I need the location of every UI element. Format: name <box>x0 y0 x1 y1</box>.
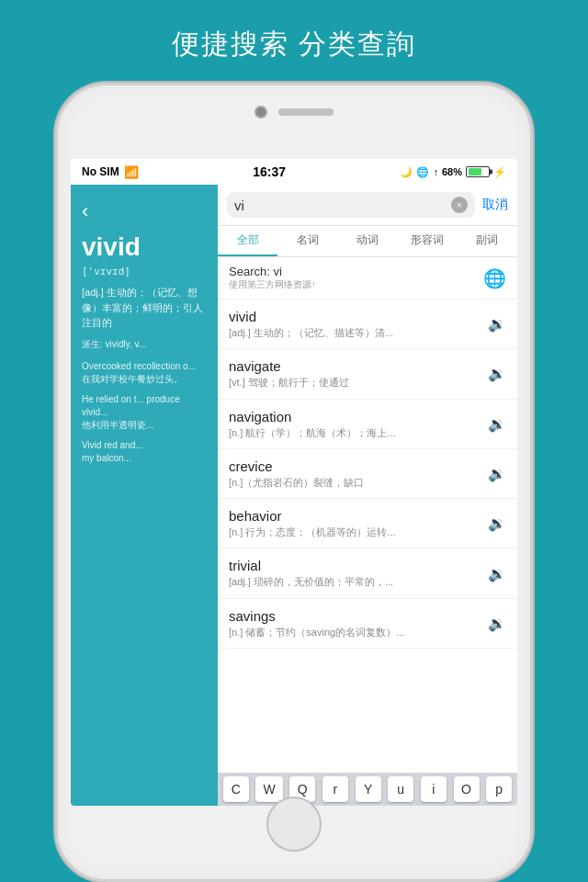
moon-icon: 🌙 <box>400 166 413 178</box>
result-item-text: navigation [n.] 航行（学）；航海（术）；海上... <box>229 409 481 439</box>
tab-verb[interactable]: 动词 <box>337 226 397 256</box>
status-right: 🌙 🌐 ↑ 68% ⚡ <box>400 166 506 178</box>
result-item-text: trivial [adj.] 琐碎的，无价值的；平常的，... <box>229 558 481 588</box>
tab-adverb[interactable]: 副词 <box>458 226 517 256</box>
result-def: [vt.] 驾驶；航行于；使通过 <box>229 376 481 389</box>
result-def: [n.]（尤指岩石的）裂缝，缺口 <box>229 476 481 489</box>
result-word: crevice <box>229 458 481 474</box>
search-header-subtitle: 使用第三方网络资源↑ <box>229 278 316 291</box>
derivatives: 派生: vividly, v... <box>82 338 207 351</box>
key-i[interactable]: i <box>421 776 447 802</box>
filter-tabs: 全部 名词 动词 形容词 副词 <box>218 226 517 257</box>
clock: 16:37 <box>253 164 286 179</box>
key-p[interactable]: p <box>486 776 512 802</box>
key-r[interactable]: r <box>322 776 348 802</box>
result-def: [n.] 行为；态度；（机器等的）运转... <box>229 526 481 538</box>
keyboard-hint: C W Q r Y u i O p <box>218 773 517 806</box>
phone-frame: No SIM 📶 16:37 🌙 🌐 ↑ 68% ⚡ ‹ vivid <box>55 83 533 882</box>
wifi-icon: 📶 <box>124 165 139 179</box>
sound-icon[interactable]: 🔉 <box>488 365 506 382</box>
example-3: Vivid red and... my balcon... <box>82 439 207 465</box>
key-O[interactable]: O <box>454 776 480 802</box>
home-button[interactable] <box>266 797 322 852</box>
result-item-text: crevice [n.]（尤指岩石的）裂缝，缺口 <box>229 458 481 489</box>
back-button[interactable]: ‹ <box>82 199 207 223</box>
speaker <box>278 108 334 116</box>
phonetic: ['vɪvɪd] <box>82 266 207 277</box>
sound-icon[interactable]: 🔉 <box>488 415 506 433</box>
mute-button <box>55 214 58 247</box>
sound-icon[interactable]: 🔉 <box>488 615 506 632</box>
power-button <box>530 269 533 343</box>
phone-top <box>254 106 334 119</box>
result-item-text: navigate [vt.] 驾驶；航行于；使通过 <box>229 358 481 389</box>
status-bar: No SIM 📶 16:37 🌙 🌐 ↑ 68% ⚡ <box>71 159 517 185</box>
right-panel: vi × 取消 全部 名词 动词 形容词 副词 Search: vi <box>218 185 517 806</box>
result-def: [adj.] 琐碎的，无价值的；平常的，... <box>229 575 481 588</box>
result-word: navigate <box>229 358 481 374</box>
search-header-content: Search: vi 使用第三方网络资源↑ <box>229 265 316 291</box>
result-list: vivid [adj.] 生动的；（记忆、描述等）清... 🔉 navigate… <box>218 300 517 773</box>
volume-up-button <box>55 260 58 315</box>
result-word: trivial <box>229 558 481 573</box>
search-header-title: Search: vi <box>229 265 316 278</box>
arrow-icon: ↑ <box>433 166 438 177</box>
sound-icon[interactable]: 🔉 <box>488 465 506 482</box>
example-chinese-2: 他利用半透明瓷... <box>82 419 207 432</box>
charging-icon: ⚡ <box>493 166 506 178</box>
phone-screen: No SIM 📶 16:37 🌙 🌐 ↑ 68% ⚡ ‹ vivid <box>71 159 517 806</box>
cancel-button[interactable]: 取消 <box>482 197 508 213</box>
key-u[interactable]: u <box>388 776 413 802</box>
example-english-3: Vivid red and... <box>82 439 207 452</box>
front-camera <box>254 106 267 119</box>
search-text: vi <box>234 198 446 213</box>
main-word: vivid <box>82 232 207 262</box>
result-item-text: behavior [n.] 行为；态度；（机器等的）运转... <box>229 508 481 538</box>
result-def: [adj.] 生动的；（记忆、描述等）清... <box>229 326 481 339</box>
clear-button[interactable]: × <box>451 197 468 213</box>
key-W[interactable]: W <box>255 776 282 802</box>
left-panel: ‹ vivid ['vɪvɪd] [adj.] 生动的；（记忆、想像）丰富的；鲜… <box>71 185 218 806</box>
result-item-trivial[interactable]: trivial [adj.] 琐碎的，无价值的；平常的，... 🔉 <box>218 548 517 598</box>
search-bar: vi × 取消 <box>218 185 517 226</box>
result-item-behavior[interactable]: behavior [n.] 行为；态度；（机器等的）运转... 🔉 <box>218 499 517 548</box>
page-title: 便捷搜索 分类查詢 <box>0 0 588 82</box>
sound-icon[interactable]: 🔉 <box>488 565 506 582</box>
result-item-crevice[interactable]: crevice [n.]（尤指岩石的）裂缝，缺口 🔉 <box>218 449 517 499</box>
globe-icon[interactable]: 🌐 <box>483 267 506 289</box>
result-item-navigation[interactable]: navigation [n.] 航行（学）；航海（术）；海上... 🔉 <box>218 400 517 449</box>
example-2: He relied on t... produce vivid... 他利用半透… <box>82 393 207 432</box>
sound-icon[interactable]: 🔉 <box>488 514 506 532</box>
example-chinese-3: my balcon... <box>82 452 207 465</box>
key-Y[interactable]: Y <box>356 776 381 802</box>
result-item-vivid[interactable]: vivid [adj.] 生动的；（记忆、描述等）清... 🔉 <box>218 300 517 349</box>
result-def: [n.] 储蓄；节约（saving的名词复数）... <box>229 626 481 639</box>
status-left: No SIM 📶 <box>82 165 139 179</box>
result-def: [n.] 航行（学）；航海（术）；海上... <box>229 426 481 439</box>
battery-icon <box>466 166 490 177</box>
result-word: navigation <box>229 409 481 424</box>
result-word: vivid <box>229 309 481 324</box>
result-item-navigate[interactable]: navigate [vt.] 驾驶；航行于；使通过 🔉 <box>218 349 517 399</box>
tab-adjective[interactable]: 形容词 <box>398 226 458 256</box>
example-1: Overcooked recollection o... 在我对学校午餐炒过头。 <box>82 360 207 386</box>
result-word: savings <box>229 608 481 624</box>
battery-percent: 68% <box>442 166 462 177</box>
location-icon: 🌐 <box>416 166 429 178</box>
result-item-text: vivid [adj.] 生动的；（记忆、描述等）清... <box>229 309 481 339</box>
definition: [adj.] 生动的；（记忆、想像）丰富的；鲜明的；引人注目的 <box>82 285 207 331</box>
sound-icon[interactable]: 🔉 <box>488 315 506 333</box>
example-english: Overcooked recollection o... <box>82 360 207 373</box>
example-english-2: He relied on t... produce vivid... <box>82 393 207 419</box>
tab-all[interactable]: 全部 <box>218 226 277 256</box>
example-chinese: 在我对学校午餐炒过头。 <box>82 373 207 386</box>
key-C[interactable]: C <box>223 776 249 802</box>
search-header: Search: vi 使用第三方网络资源↑ 🌐 <box>218 257 517 300</box>
tab-noun[interactable]: 名词 <box>277 226 337 256</box>
result-item-savings[interactable]: savings [n.] 储蓄；节约（saving的名词复数）... 🔉 <box>218 599 517 649</box>
search-input-area[interactable]: vi × <box>227 192 475 218</box>
result-item-text: savings [n.] 储蓄；节约（saving的名词复数）... <box>229 608 481 639</box>
screen-content: ‹ vivid ['vɪvɪd] [adj.] 生动的；（记忆、想像）丰富的；鲜… <box>71 185 517 806</box>
result-word: behavior <box>229 508 481 524</box>
carrier-label: No SIM <box>82 165 119 178</box>
